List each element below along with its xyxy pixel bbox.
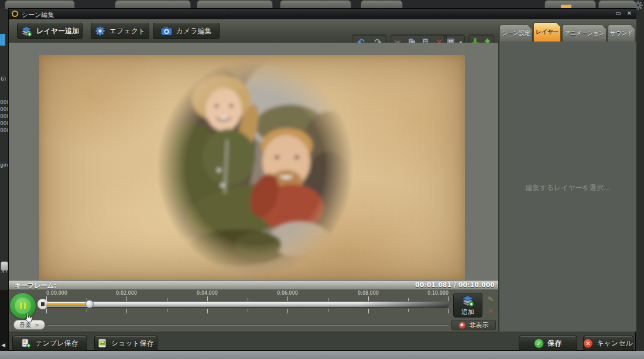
scene-preview-canvas[interactable] xyxy=(39,55,465,280)
save-template-button[interactable]: テンプレ保存 xyxy=(12,336,87,351)
tick-label: 0:08.000 xyxy=(358,291,379,296)
shot-save-icon xyxy=(98,339,107,348)
tick-label: 0:02.000 xyxy=(116,291,137,296)
background-tab xyxy=(197,0,273,9)
background-tab xyxy=(280,0,351,9)
tab-sound[interactable]: サウンド xyxy=(608,25,635,42)
save-template-label: テンプレ保存 xyxy=(35,339,78,348)
cancel-label: キャンセル xyxy=(597,339,632,348)
tab-label: レイヤー xyxy=(536,28,559,36)
music-track[interactable] xyxy=(47,324,448,326)
background-text-fragment: 6) xyxy=(1,76,6,82)
green-check-icon: ✓ xyxy=(535,339,543,348)
tab-layer[interactable]: レイヤー xyxy=(533,22,561,42)
track-vignette xyxy=(46,302,448,307)
play-pause-button[interactable] xyxy=(10,293,36,319)
music-label: 音楽 xyxy=(19,321,31,329)
chevron-right-icon: > xyxy=(35,322,39,328)
panel-tab-row: シーン設定 レイヤー アニメーション サウンド xyxy=(499,23,635,42)
tick-label: 0:06.000 xyxy=(277,291,298,296)
time-separator: / xyxy=(451,281,458,289)
footer-separator xyxy=(9,332,498,333)
photo-vignette xyxy=(156,58,355,277)
tick-label: 0:00.000 xyxy=(46,291,67,296)
save-shot-label: ショット保存 xyxy=(111,339,153,348)
pencil-icon: ✎ xyxy=(488,295,494,303)
preview-area xyxy=(9,43,498,280)
hide-icon: ✱ xyxy=(459,322,465,329)
tab-label: サウンド xyxy=(610,29,633,37)
dialog-title: シーン編集 xyxy=(22,11,54,19)
save-shot-button[interactable]: ショット保存 xyxy=(94,336,157,351)
red-x-icon: ✕ xyxy=(584,339,592,348)
stop-icon xyxy=(41,302,44,306)
tab-label: シーン設定 xyxy=(502,29,530,37)
camera-icon xyxy=(161,26,172,36)
background-tab xyxy=(598,0,636,9)
background-left-panel: 6) 000 000 000 000 000 gine オ/ ◀ xyxy=(0,8,8,351)
template-save-icon xyxy=(21,339,31,348)
effect-button[interactable]: エフェクト xyxy=(91,23,149,39)
add-layer-button[interactable]: レイヤー追加 xyxy=(17,23,83,39)
tick-label: 0:10.000 xyxy=(427,291,448,296)
background-statusbar xyxy=(0,351,644,359)
background-tab xyxy=(5,0,75,9)
effect-star-icon xyxy=(95,26,105,36)
time-display: 00:01.081 / 00:10.000 xyxy=(415,281,495,289)
camera-edit-label: カメラ編集 xyxy=(176,26,212,36)
save-label: 保存 xyxy=(547,339,561,348)
timeline: 0:00.000 0:02.000 0:04.000 0:06.000 0:08… xyxy=(9,289,498,332)
music-button[interactable]: 音楽 > xyxy=(13,320,45,330)
layer-panel: 編集するレイヤーを選択... xyxy=(498,42,636,332)
add-keyframe-label: 追加 xyxy=(461,308,474,316)
background-scroll-left-arrow: ◀ xyxy=(1,342,5,348)
background-app-tab-strip xyxy=(0,0,644,8)
tab-label: アニメーション xyxy=(564,29,604,37)
keyframe-header: キーフレーム: 00:01.081 / 00:10.000 xyxy=(9,280,498,290)
layers-plus-icon xyxy=(461,294,474,307)
total-time: 00:10.000 xyxy=(458,281,495,289)
scene-edit-dialog: シーン編集 ▭ ✕ レイヤー追加 xyxy=(8,8,636,351)
keyframe-label: キーフレーム: xyxy=(15,281,56,290)
camera-edit-button[interactable]: カメラ編集 xyxy=(153,23,220,39)
background-thumbnail-sliver xyxy=(0,34,5,46)
layers-plus-icon xyxy=(20,25,32,37)
timeline-track[interactable] xyxy=(46,302,448,307)
edit-keyframe-button[interactable]: ✎ xyxy=(485,294,496,304)
red-x-icon: ✕ xyxy=(488,307,494,315)
tab-animation[interactable]: アニメーション xyxy=(562,25,607,42)
hide-label: 非表示 xyxy=(470,321,489,330)
background-dark-block xyxy=(0,290,8,359)
add-keyframe-button[interactable]: 追加 xyxy=(453,293,482,317)
background-tab xyxy=(115,0,191,9)
tab-scene-settings[interactable]: シーン設定 xyxy=(499,25,532,42)
save-button[interactable]: ✓ 保存 xyxy=(519,336,577,351)
background-tab xyxy=(361,0,403,9)
add-layer-label: レイヤー追加 xyxy=(36,26,79,36)
layer-panel-empty-message: 編集するレイヤーを選択... xyxy=(499,183,636,193)
background-text-fragment: オ/ xyxy=(1,268,8,274)
delete-keyframe-button[interactable]: ✕ xyxy=(485,306,496,316)
tick-label: 0:04.000 xyxy=(197,291,218,296)
minimize-button[interactable]: ▭ xyxy=(614,10,622,16)
effect-label: エフェクト xyxy=(109,26,145,36)
dialog-titlebar[interactable]: シーン編集 ▭ ✕ xyxy=(9,9,636,19)
app-icon xyxy=(12,11,18,17)
close-button[interactable]: ✕ xyxy=(625,10,633,16)
pause-icon xyxy=(15,298,31,314)
current-time: 00:01.081 xyxy=(415,281,451,289)
cancel-button[interactable]: ✕ キャンセル xyxy=(583,336,633,351)
hide-button[interactable]: ✱ 非表示 xyxy=(451,320,496,330)
